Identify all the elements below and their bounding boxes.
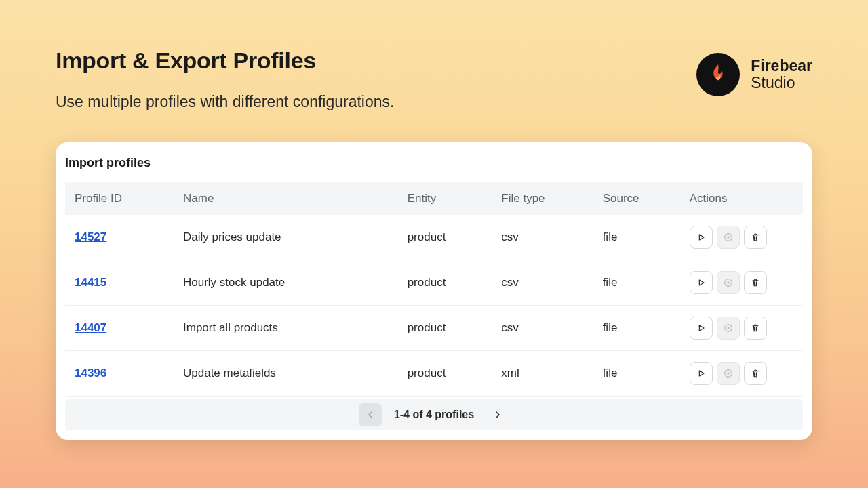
profile-id-link[interactable]: 14527 [75, 230, 106, 243]
table-row: 14415 Hourly stock update product csv fi… [65, 260, 803, 306]
col-header-profile-id: Profile ID [65, 182, 174, 215]
profile-file-type: csv [492, 306, 593, 351]
play-icon [696, 232, 707, 243]
profile-source: file [593, 351, 680, 396]
profile-entity: product [398, 306, 492, 351]
page-next-button[interactable] [486, 403, 509, 426]
col-header-source: Source [593, 182, 680, 215]
delete-button[interactable] [744, 226, 767, 249]
trash-icon [750, 232, 761, 243]
profile-name: Hourly stock update [174, 260, 398, 306]
trash-icon [750, 277, 761, 288]
stop-button[interactable] [717, 317, 740, 340]
svg-point-7 [727, 372, 729, 374]
action-group [690, 362, 793, 385]
run-button[interactable] [690, 226, 713, 249]
page-title: Import & Export Profiles [56, 47, 394, 74]
brand-name-line1: Firebear [751, 58, 812, 75]
stop-circle-icon [723, 368, 734, 379]
page-prev-button[interactable] [359, 403, 382, 426]
profile-source: file [593, 306, 680, 351]
card-title: Import profiles [56, 156, 812, 182]
col-header-name: Name [174, 182, 398, 215]
table-row: 14407 Import all products product csv fi… [65, 306, 803, 351]
col-header-entity: Entity [398, 182, 492, 215]
delete-button[interactable] [744, 317, 767, 340]
col-header-file-type: File type [492, 182, 593, 215]
stop-circle-icon [723, 277, 734, 288]
profile-source: file [593, 215, 680, 260]
action-group [690, 271, 793, 294]
profile-name: Import all products [174, 306, 398, 351]
profile-id-link[interactable]: 14407 [75, 321, 106, 334]
brand-logo-icon [696, 53, 740, 96]
play-icon [696, 277, 707, 288]
action-group [690, 317, 793, 340]
svg-point-1 [727, 236, 729, 238]
profile-id-link[interactable]: 14396 [75, 367, 106, 380]
delete-button[interactable] [744, 271, 767, 294]
run-button[interactable] [690, 271, 713, 294]
action-group [690, 226, 793, 249]
profile-file-type: csv [492, 215, 593, 260]
brand: Firebear Studio [696, 53, 812, 96]
chevron-right-icon [492, 409, 503, 420]
profiles-card: Import profiles Profile ID Name Entity F… [56, 142, 812, 440]
pagination-text: 1-4 of 4 profiles [394, 409, 474, 421]
profile-source: file [593, 260, 680, 306]
stop-button[interactable] [717, 226, 740, 249]
table-row: 14527 Daily prices update product csv fi… [65, 215, 803, 260]
chevron-left-icon [365, 409, 376, 420]
stop-button[interactable] [717, 271, 740, 294]
delete-button[interactable] [744, 362, 767, 385]
page-subtitle: Use multiple profiles with different con… [56, 93, 394, 111]
trash-icon [750, 368, 761, 379]
stop-circle-icon [723, 323, 734, 333]
profile-name: Update metafields [174, 351, 398, 396]
profile-file-type: xml [492, 351, 593, 396]
stop-button[interactable] [717, 362, 740, 385]
profile-entity: product [398, 351, 492, 396]
pagination: 1-4 of 4 profiles [65, 399, 803, 430]
profile-file-type: csv [492, 260, 593, 306]
trash-icon [750, 323, 761, 333]
profile-id-link[interactable]: 14415 [75, 276, 106, 289]
profile-entity: product [398, 260, 492, 306]
run-button[interactable] [690, 317, 713, 340]
profile-entity: product [398, 215, 492, 260]
svg-point-3 [727, 281, 729, 283]
col-header-actions: Actions [680, 182, 803, 215]
play-icon [696, 368, 707, 379]
play-icon [696, 323, 707, 333]
brand-name-line2: Studio [751, 75, 812, 92]
svg-point-5 [727, 327, 729, 329]
table-header-row: Profile ID Name Entity File type Source … [65, 182, 803, 215]
profile-name: Daily prices update [174, 215, 398, 260]
run-button[interactable] [690, 362, 713, 385]
table-row: 14396 Update metafields product xml file [65, 351, 803, 396]
stop-circle-icon [723, 232, 734, 243]
profiles-table: Profile ID Name Entity File type Source … [65, 182, 803, 396]
